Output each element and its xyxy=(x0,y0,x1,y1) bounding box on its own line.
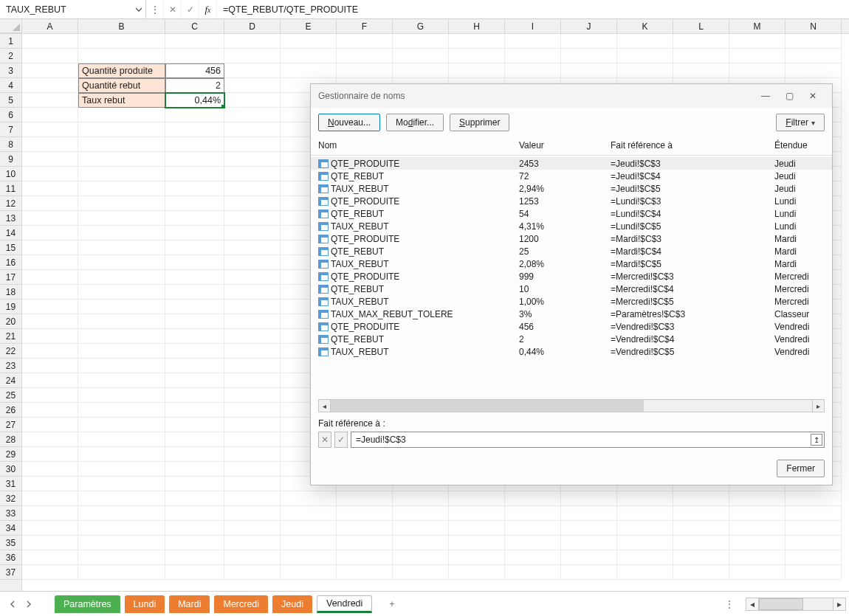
cell[interactable] xyxy=(729,34,786,49)
cell[interactable] xyxy=(78,329,165,344)
name-row[interactable]: TAUX_REBUT1,00%=Mercredi!$C$5Mercredi xyxy=(311,295,832,308)
cell[interactable] xyxy=(78,344,165,359)
cell[interactable] xyxy=(281,491,337,506)
row-header[interactable]: 32 xyxy=(0,491,21,506)
name-row[interactable]: QTE_PRODUITE456=Vendredi!$C$3Vendredi xyxy=(311,320,832,333)
cell[interactable] xyxy=(22,447,78,462)
cell[interactable] xyxy=(673,506,729,521)
column-header[interactable]: N xyxy=(786,19,842,33)
ref-cancel-icon[interactable]: ✕ xyxy=(318,432,331,448)
cell[interactable] xyxy=(505,63,561,78)
cell[interactable] xyxy=(224,432,281,447)
cell[interactable] xyxy=(78,477,165,491)
cell[interactable] xyxy=(729,521,786,536)
cell[interactable] xyxy=(281,34,337,49)
cell[interactable] xyxy=(22,344,78,359)
column-header[interactable]: A xyxy=(22,19,78,33)
cell[interactable] xyxy=(78,403,165,418)
cell[interactable] xyxy=(393,565,449,580)
cell[interactable] xyxy=(337,506,393,521)
scroll-track[interactable] xyxy=(759,598,833,611)
cell[interactable] xyxy=(505,491,561,506)
row-header[interactable]: 4 xyxy=(0,78,21,93)
cell[interactable] xyxy=(165,122,224,137)
row-header[interactable]: 13 xyxy=(0,211,21,226)
dialog-titlebar[interactable]: Gestionnaire de noms — ▢ ✕ xyxy=(311,84,832,108)
cell[interactable]: Taux rebut xyxy=(78,93,165,108)
cell[interactable] xyxy=(165,285,224,300)
cell[interactable] xyxy=(165,388,224,403)
cell[interactable] xyxy=(561,491,617,506)
cell[interactable] xyxy=(786,536,842,550)
cell[interactable] xyxy=(165,344,224,359)
header-value[interactable]: Valeur xyxy=(519,140,611,150)
row-header[interactable]: 31 xyxy=(0,477,21,491)
cell[interactable] xyxy=(224,270,281,285)
cell[interactable] xyxy=(561,550,617,565)
cell[interactable] xyxy=(224,108,281,122)
cell[interactable] xyxy=(78,196,165,211)
row-header[interactable]: 2 xyxy=(0,49,21,63)
cell[interactable] xyxy=(165,329,224,344)
cell[interactable] xyxy=(224,211,281,226)
scroll-left-icon[interactable]: ◂ xyxy=(318,399,331,412)
cell[interactable] xyxy=(22,491,78,506)
name-row[interactable]: TAUX_MAX_REBUT_TOLERE3%=Paramètres!$C$3C… xyxy=(311,308,832,320)
scroll-track[interactable] xyxy=(331,399,812,412)
cell[interactable] xyxy=(78,521,165,536)
cell[interactable] xyxy=(78,565,165,580)
sheet-tab[interactable]: Lundi xyxy=(125,595,165,613)
row-header[interactable]: 33 xyxy=(0,506,21,521)
cell[interactable] xyxy=(165,300,224,314)
cell[interactable] xyxy=(78,137,165,152)
range-picker-icon[interactable]: ↥ xyxy=(811,434,822,446)
cell[interactable] xyxy=(224,403,281,418)
cell[interactable] xyxy=(505,536,561,550)
cell[interactable] xyxy=(617,49,673,63)
cell[interactable] xyxy=(729,49,786,63)
cell[interactable] xyxy=(281,536,337,550)
name-box[interactable]: TAUX_REBUT xyxy=(0,0,146,18)
cell[interactable] xyxy=(786,565,842,580)
cell[interactable] xyxy=(673,536,729,550)
add-sheet-button[interactable]: ＋ xyxy=(382,595,402,613)
cell[interactable] xyxy=(337,565,393,580)
cell[interactable] xyxy=(281,63,337,78)
cell[interactable] xyxy=(224,521,281,536)
cell[interactable] xyxy=(224,93,281,108)
row-header[interactable]: 16 xyxy=(0,255,21,270)
cell[interactable] xyxy=(165,418,224,432)
sheet-tab[interactable]: Mercredi xyxy=(214,595,268,613)
column-header[interactable]: I xyxy=(505,19,561,33)
cell[interactable] xyxy=(78,388,165,403)
refers-to-input[interactable]: =Jeudi!$C$3 ↥ xyxy=(351,432,825,448)
cell[interactable] xyxy=(78,314,165,329)
tab-next-icon[interactable] xyxy=(21,596,37,612)
cell[interactable] xyxy=(673,34,729,49)
column-header[interactable]: F xyxy=(337,19,393,33)
cell[interactable] xyxy=(393,49,449,63)
cell[interactable] xyxy=(449,536,505,550)
cell[interactable] xyxy=(78,167,165,181)
row-header[interactable]: 26 xyxy=(0,403,21,418)
row-header[interactable]: 7 xyxy=(0,122,21,137)
scroll-left-icon[interactable]: ◂ xyxy=(746,598,759,611)
cell[interactable] xyxy=(224,226,281,240)
edit-button[interactable]: Modifier... xyxy=(386,114,444,131)
cell[interactable] xyxy=(165,447,224,462)
cell[interactable] xyxy=(224,34,281,49)
cell[interactable] xyxy=(281,550,337,565)
cell[interactable] xyxy=(673,491,729,506)
cell[interactable] xyxy=(22,270,78,285)
cell[interactable] xyxy=(617,491,673,506)
sheet-tab[interactable]: Mardi xyxy=(169,595,210,613)
name-row[interactable]: QTE_REBUT2=Vendredi!$C$4Vendredi xyxy=(311,333,832,345)
cell[interactable]: Quantité produite xyxy=(78,63,165,78)
cell[interactable] xyxy=(449,550,505,565)
cell[interactable] xyxy=(729,536,786,550)
cell[interactable]: 0,44% xyxy=(165,93,224,108)
cell[interactable] xyxy=(449,49,505,63)
name-row[interactable]: QTE_PRODUITE999=Mercredi!$C$3Mercredi xyxy=(311,270,832,283)
cell[interactable] xyxy=(505,34,561,49)
cell[interactable] xyxy=(224,181,281,196)
